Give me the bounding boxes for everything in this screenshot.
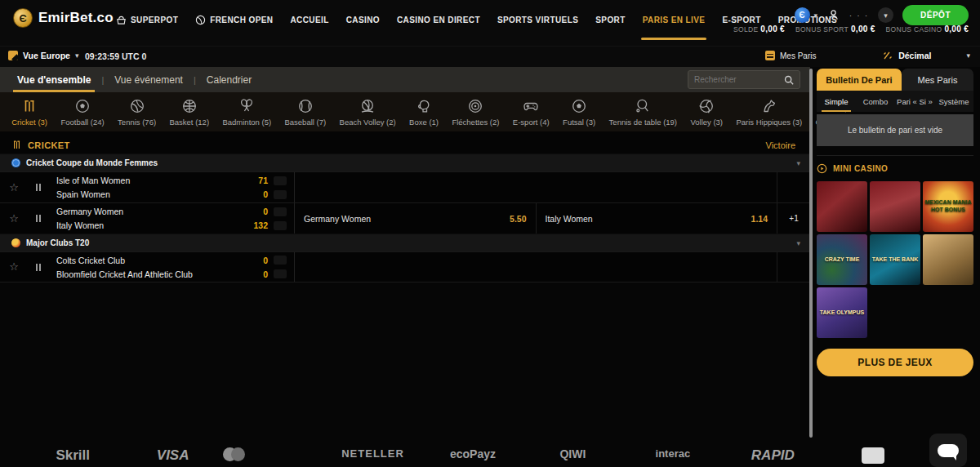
search-box[interactable] — [688, 70, 800, 89]
sport-tennis[interactable]: Tennis (76) — [111, 98, 163, 127]
sport-futsal[interactable]: Futsal (3) — [556, 98, 603, 127]
balance-bonus-sport: BONUS SPORT0,00 € — [795, 24, 875, 33]
sport-e-sport[interactable]: E-sport (4) — [506, 98, 556, 127]
pause-status-icon — [28, 215, 49, 222]
chevron-down-icon: ▾ — [884, 11, 888, 20]
balances-row: SOLDE0,00 € BONUS SPORT0,00 € BONUS CASI… — [733, 24, 969, 33]
live-betting-main: Vue d'ensemble | Vue événement | Calendr… — [0, 67, 810, 282]
tab-my-bets[interactable]: Mes Paris — [902, 69, 973, 91]
odds-button-away[interactable]: Italy Women 1.14 — [537, 203, 778, 234]
account-menu-button[interactable]: ▾ — [878, 7, 893, 23]
futsal-icon — [571, 98, 587, 114]
game-thumb-take-the-bank[interactable]: TAKE THE BANK — [870, 234, 920, 285]
away-team: Bloomfield Cricket And Athletic Club — [56, 269, 238, 279]
baseball-icon — [297, 98, 314, 114]
betslip-sidebar: Bulletin De Pari Mes Paris Simple Combo … — [817, 69, 973, 376]
tab-overview[interactable]: Vue d'ensemble — [7, 67, 101, 92]
nav-casino-en-direct[interactable]: CASINO EN DIRECT — [397, 16, 480, 24]
subtab-combo[interactable]: Combo — [856, 91, 895, 112]
sport-boxe[interactable]: Boxe (1) — [403, 98, 445, 127]
user-icon[interactable] — [826, 8, 840, 22]
match-info: ☆ Isle of Man Women 71 Spain Women 0 — [0, 172, 295, 202]
nav-sports-virtuels[interactable]: SPORTS VIRTUELS — [497, 16, 578, 24]
sport-cricket[interactable]: Cricket (3) — [5, 98, 54, 127]
market-column-header: Victoire — [766, 140, 795, 150]
live-chat-button[interactable] — [929, 434, 967, 467]
cricket-icon — [21, 98, 38, 114]
stat-box — [274, 176, 287, 185]
pause-status-icon — [28, 264, 49, 271]
sport-tennis-de-table[interactable]: Tennis de table (19) — [602, 98, 684, 127]
beach-volley-icon — [359, 98, 376, 114]
table-tennis-icon — [635, 98, 651, 114]
interac-logo: interac — [623, 447, 723, 460]
betslip-tabs: Bulletin De Pari Mes Paris — [817, 69, 973, 91]
odds-button-home[interactable]: Germany Women 5.50 — [295, 203, 537, 234]
subtab-simple[interactable]: Simple — [817, 91, 856, 112]
sport-volley[interactable]: Volley (3) — [684, 98, 729, 127]
main-nav: SUPERPOT FRENCH OPEN ACCUEIL CASINO CASI… — [116, 0, 837, 40]
sport-beach-volley[interactable]: Beach Volley (2) — [332, 98, 403, 127]
tab-calendar[interactable]: Calendrier — [196, 67, 262, 92]
betslip-empty-message: Le bulletin de pari est vide — [817, 114, 973, 146]
nav-e-sport[interactable]: E-SPORT — [722, 16, 760, 24]
payment-logos-row: Skrill VISA NETELLER ecoPayz QIWI intera… — [0, 447, 923, 467]
nav-french-open[interactable]: FRENCH OPEN — [195, 15, 273, 25]
search-icon — [784, 75, 794, 85]
odds-format-select[interactable]: Décimal ▾ — [881, 51, 970, 60]
mini-casino-header[interactable]: MINI CASINO — [817, 155, 973, 174]
favorite-star-icon[interactable]: ☆ — [0, 172, 28, 203]
home-team: Colts Cricket Club — [56, 256, 238, 265]
sport-badminton[interactable]: Badminton (5) — [216, 98, 278, 127]
view-tabs: Vue d'ensemble | Vue événement | Calendr… — [0, 67, 810, 92]
favorite-star-icon[interactable]: ☆ — [0, 251, 28, 282]
darts-icon — [467, 98, 483, 114]
account-cluster: Є ▾ · · · ▾ DÉPÔT — [795, 5, 969, 25]
view-icon — [8, 51, 18, 60]
home-score: 0 — [238, 207, 268, 216]
nav-paris-en-live[interactable]: PARIS EN LIVE — [643, 16, 706, 24]
game-thumb-live-table[interactable] — [870, 181, 920, 232]
subtab-pari-si[interactable]: Pari « Si » — [895, 91, 934, 112]
subtab-systeme[interactable]: Système — [934, 91, 973, 112]
stat-box — [274, 221, 287, 230]
my-bets-link[interactable]: Mes Paris — [765, 51, 816, 60]
nav-sport[interactable]: SPORT — [595, 16, 625, 24]
sport-basket[interactable]: Basket (12) — [163, 98, 216, 127]
main-scrollbar[interactable] — [809, 69, 813, 438]
nav-accueil[interactable]: ACCUEIL — [290, 16, 328, 24]
tab-betslip[interactable]: Bulletin De Pari — [817, 69, 902, 91]
game-thumb-live-roulette[interactable] — [817, 181, 867, 232]
stat-box — [274, 207, 287, 216]
sport-paris-hippiques[interactable]: Paris Hippiques (3) — [729, 98, 808, 127]
deposit-button[interactable]: DÉPÔT — [902, 5, 969, 25]
game-thumb-mexican-mania[interactable]: MEXICAN MANIA HOT BONUS — [923, 181, 973, 232]
payment-card-logo — [823, 447, 923, 467]
favorite-star-icon[interactable]: ☆ — [0, 203, 28, 234]
betslip-subtabs: Simple Combo Pari « Si » Système — [817, 91, 973, 112]
sport-football[interactable]: Football (24) — [54, 98, 111, 127]
view-select[interactable]: Vue Europe ▾ — [8, 51, 79, 60]
game-thumb-crazy-time[interactable]: CRAZY TIME — [817, 234, 867, 285]
sport-baseball[interactable]: Baseball (7) — [278, 98, 332, 127]
currency-selector[interactable]: Є ▾ — [795, 7, 818, 23]
gamepad-icon — [523, 98, 539, 114]
game-thumb-take-olympus[interactable]: TAKE OLYMPUS — [817, 287, 867, 338]
league-header-coupe-du-monde[interactable]: Cricket Coupe du Monde Femmes ▾ — [0, 153, 810, 171]
sport-flechettes[interactable]: Fléchettes (2) — [445, 98, 506, 127]
league-header-major-clubs-t20[interactable]: Major Clubs T20 ▾ — [0, 234, 810, 251]
home-team: Isle of Man Women — [56, 176, 238, 185]
more-games-button[interactable]: PLUS DE JEUX — [817, 349, 973, 376]
play-circle-icon — [817, 163, 827, 174]
game-thumb-slot[interactable] — [923, 234, 973, 285]
volleyball-icon — [698, 98, 715, 114]
tab-event-view[interactable]: Vue événement — [104, 67, 194, 92]
more-markets[interactable]: +1 — [777, 203, 810, 234]
search-input[interactable] — [694, 75, 780, 84]
brand-logo[interactable]: Є EmirBet.co — [13, 8, 114, 28]
chevron-down-icon: ▾ — [796, 239, 800, 247]
chevron-down-icon: ▾ — [796, 159, 800, 167]
nav-superpot[interactable]: SUPERPOT — [116, 15, 178, 25]
basketball-icon — [181, 98, 198, 114]
nav-casino[interactable]: CASINO — [346, 16, 380, 24]
